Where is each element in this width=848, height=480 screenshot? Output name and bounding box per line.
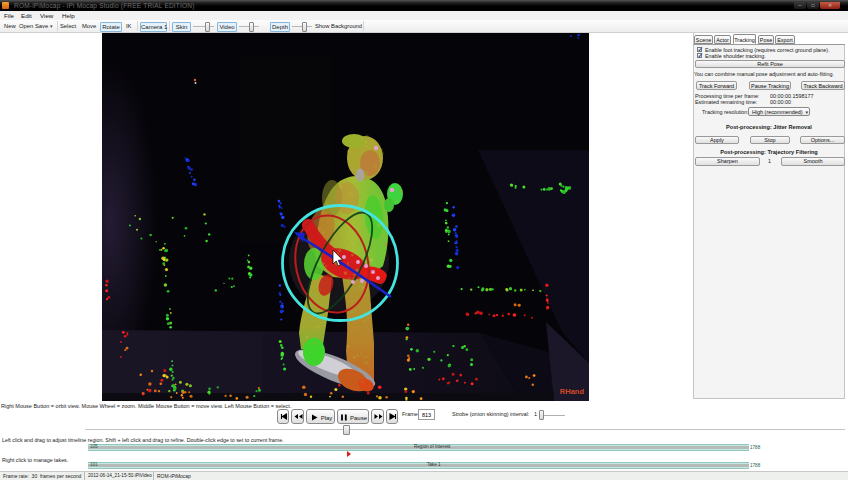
svg-text:RHand: RHand xyxy=(560,387,585,396)
